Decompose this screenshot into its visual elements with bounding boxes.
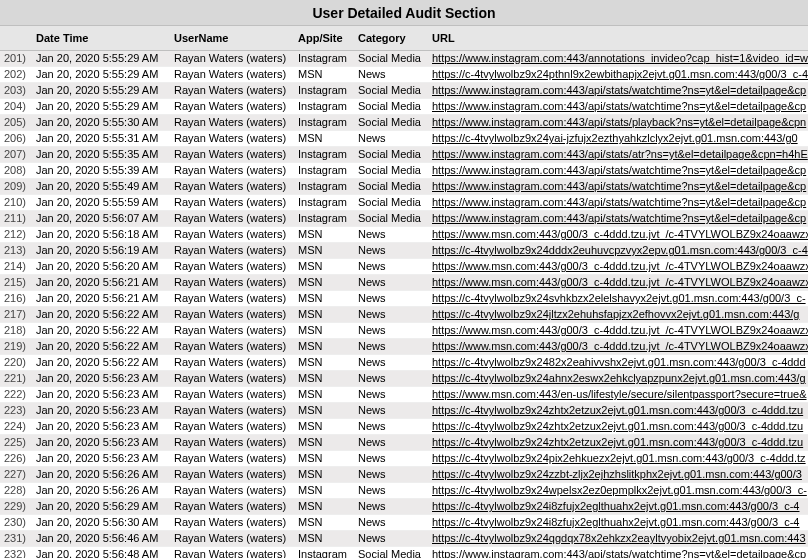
- table-row: 224)Jan 20, 2020 5:56:23 AMRayan Waters …: [0, 419, 808, 435]
- table-row: 207)Jan 20, 2020 5:55:35 AMRayan Waters …: [0, 147, 808, 163]
- cell-url-link[interactable]: https://www.instagram.com:443/api/stats/…: [432, 147, 808, 162]
- cell-index: 207): [0, 147, 36, 162]
- cell-index: 202): [0, 67, 36, 82]
- cell-category: News: [358, 371, 432, 386]
- cell-url-link[interactable]: https://c-4tvylwolbz9x24pix2ehkuezx2ejvt…: [432, 451, 808, 466]
- cell-username: Rayan Waters (waters): [174, 211, 298, 226]
- cell-index: 217): [0, 307, 36, 322]
- cell-index: 204): [0, 99, 36, 114]
- cell-datetime: Jan 20, 2020 5:55:29 AM: [36, 67, 174, 82]
- cell-url-link[interactable]: https://www.msn.com:443/g00/3_c-4ddd.tzu…: [432, 339, 808, 354]
- cell-category: News: [358, 67, 432, 82]
- cell-appsite: MSN: [298, 131, 358, 146]
- cell-url-link[interactable]: https://www.instagram.com:443/api/stats/…: [432, 179, 808, 194]
- cell-category: News: [358, 419, 432, 434]
- cell-url-link[interactable]: https://www.instagram.com:443/api/stats/…: [432, 211, 808, 226]
- cell-url-link[interactable]: https://www.msn.com:443/g00/3_c-4ddd.tzu…: [432, 275, 808, 290]
- table-row: 216)Jan 20, 2020 5:56:21 AMRayan Waters …: [0, 291, 808, 307]
- cell-url-link[interactable]: https://www.instagram.com:443/api/stats/…: [432, 195, 808, 210]
- cell-index: 225): [0, 435, 36, 450]
- cell-username: Rayan Waters (waters): [174, 515, 298, 530]
- cell-appsite: MSN: [298, 499, 358, 514]
- cell-appsite: MSN: [298, 467, 358, 482]
- cell-url-link[interactable]: https://c-4tvylwolbz9x24zhtx2etzux2ejvt.…: [432, 403, 808, 418]
- cell-url-link[interactable]: https://c-4tvylwolbz9x24pthnl9x2ewbithap…: [432, 67, 808, 82]
- cell-index: 226): [0, 451, 36, 466]
- cell-index: 214): [0, 259, 36, 274]
- cell-datetime: Jan 20, 2020 5:55:39 AM: [36, 163, 174, 178]
- cell-datetime: Jan 20, 2020 5:56:23 AM: [36, 419, 174, 434]
- cell-index: 213): [0, 243, 36, 258]
- cell-datetime: Jan 20, 2020 5:56:23 AM: [36, 387, 174, 402]
- table-row: 232)Jan 20, 2020 5:56:48 AMRayan Waters …: [0, 547, 808, 558]
- table-row: 222)Jan 20, 2020 5:56:23 AMRayan Waters …: [0, 387, 808, 403]
- cell-url-link[interactable]: https://c-4tvylwolbz9x24zhtx2etzux2ejvt.…: [432, 435, 808, 450]
- cell-datetime: Jan 20, 2020 5:55:29 AM: [36, 99, 174, 114]
- cell-username: Rayan Waters (waters): [174, 435, 298, 450]
- cell-url-link[interactable]: https://www.msn.com:443/g00/3_c-4ddd.tzu…: [432, 227, 808, 242]
- cell-appsite: MSN: [298, 371, 358, 386]
- cell-appsite: MSN: [298, 435, 358, 450]
- cell-url-link[interactable]: https://c-4tvylwolbz9x24dddx2euhuvcpzvyx…: [432, 243, 808, 258]
- cell-url-link[interactable]: https://c-4tvylwolbz9x24i8zfujx2eglthuah…: [432, 499, 808, 514]
- cell-url-link[interactable]: https://www.instagram.com:443/annotation…: [432, 51, 808, 66]
- cell-datetime: Jan 20, 2020 5:56:26 AM: [36, 483, 174, 498]
- cell-username: Rayan Waters (waters): [174, 131, 298, 146]
- cell-url-link[interactable]: https://www.instagram.com:443/api/stats/…: [432, 99, 808, 114]
- cell-url-link[interactable]: https://c-4tvylwolbz9x2482x2eahivvshx2ej…: [432, 355, 808, 370]
- cell-username: Rayan Waters (waters): [174, 403, 298, 418]
- cell-url-link[interactable]: https://c-4tvylwolbz9x24qgdqx78x2ehkzx2e…: [432, 531, 808, 546]
- section-title: User Detailed Audit Section: [0, 0, 808, 26]
- cell-username: Rayan Waters (waters): [174, 275, 298, 290]
- cell-category: Social Media: [358, 147, 432, 162]
- cell-url-link[interactable]: https://c-4tvylwolbz9x24yai-jzfujx2ezthy…: [432, 131, 808, 146]
- cell-username: Rayan Waters (waters): [174, 243, 298, 258]
- cell-username: Rayan Waters (waters): [174, 51, 298, 66]
- cell-category: Social Media: [358, 547, 432, 558]
- cell-index: 210): [0, 195, 36, 210]
- cell-url-link[interactable]: https://www.instagram.com:443/api/stats/…: [432, 547, 808, 558]
- cell-datetime: Jan 20, 2020 5:56:18 AM: [36, 227, 174, 242]
- cell-appsite: Instagram: [298, 211, 358, 226]
- cell-username: Rayan Waters (waters): [174, 419, 298, 434]
- cell-category: Social Media: [358, 211, 432, 226]
- cell-appsite: MSN: [298, 307, 358, 322]
- cell-url-link[interactable]: https://www.instagram.com:443/api/stats/…: [432, 115, 808, 130]
- col-category: Category: [358, 32, 432, 44]
- cell-url-link[interactable]: https://c-4tvylwolbz9x24wpelsx2ez0epmplk…: [432, 483, 808, 498]
- cell-category: News: [358, 307, 432, 322]
- cell-url-link[interactable]: https://www.msn.com:443/g00/3_c-4ddd.tzu…: [432, 323, 808, 338]
- cell-username: Rayan Waters (waters): [174, 99, 298, 114]
- cell-appsite: Instagram: [298, 51, 358, 66]
- table-row: 227)Jan 20, 2020 5:56:26 AMRayan Waters …: [0, 467, 808, 483]
- cell-category: News: [358, 131, 432, 146]
- table-row: 217)Jan 20, 2020 5:56:22 AMRayan Waters …: [0, 307, 808, 323]
- cell-appsite: MSN: [298, 339, 358, 354]
- cell-url-link[interactable]: https://c-4tvylwolbz9x24ahnx2eswx2ehkcly…: [432, 371, 808, 386]
- cell-category: News: [358, 323, 432, 338]
- cell-url-link[interactable]: https://www.msn.com:443/g00/3_c-4ddd.tzu…: [432, 259, 808, 274]
- cell-url-link[interactable]: https://www.instagram.com:443/api/stats/…: [432, 83, 808, 98]
- cell-url-link[interactable]: https://www.instagram.com:443/api/stats/…: [432, 163, 808, 178]
- table-row: 201)Jan 20, 2020 5:55:29 AMRayan Waters …: [0, 51, 808, 67]
- cell-category: News: [358, 467, 432, 482]
- cell-datetime: Jan 20, 2020 5:56:48 AM: [36, 547, 174, 558]
- cell-url-link[interactable]: https://c-4tvylwolbz9x24zhtx2etzux2ejvt.…: [432, 419, 808, 434]
- cell-datetime: Jan 20, 2020 5:55:29 AM: [36, 51, 174, 66]
- cell-category: News: [358, 499, 432, 514]
- cell-url-link[interactable]: https://www.msn.com:443/en-us/lifestyle/…: [432, 387, 808, 402]
- table-row: 214)Jan 20, 2020 5:56:20 AMRayan Waters …: [0, 259, 808, 275]
- cell-datetime: Jan 20, 2020 5:55:30 AM: [36, 115, 174, 130]
- cell-index: 201): [0, 51, 36, 66]
- cell-url-link[interactable]: https://c-4tvylwolbz9x24i8zfujx2eglthuah…: [432, 515, 808, 530]
- cell-url-link[interactable]: https://c-4tvylwolbz9x24zzbt-zljx2ejhzhs…: [432, 467, 808, 482]
- cell-username: Rayan Waters (waters): [174, 227, 298, 242]
- cell-datetime: Jan 20, 2020 5:56:26 AM: [36, 467, 174, 482]
- cell-url-link[interactable]: https://c-4tvylwolbz9x24jltzx2ehuhsfapjz…: [432, 307, 808, 322]
- cell-index: 229): [0, 499, 36, 514]
- col-index: [0, 32, 36, 44]
- table-row: 211)Jan 20, 2020 5:56:07 AMRayan Waters …: [0, 211, 808, 227]
- cell-url-link[interactable]: https://c-4tvylwolbz9x24svhkbzx2elelshav…: [432, 291, 808, 306]
- table-row: 226)Jan 20, 2020 5:56:23 AMRayan Waters …: [0, 451, 808, 467]
- table-row: 212)Jan 20, 2020 5:56:18 AMRayan Waters …: [0, 227, 808, 243]
